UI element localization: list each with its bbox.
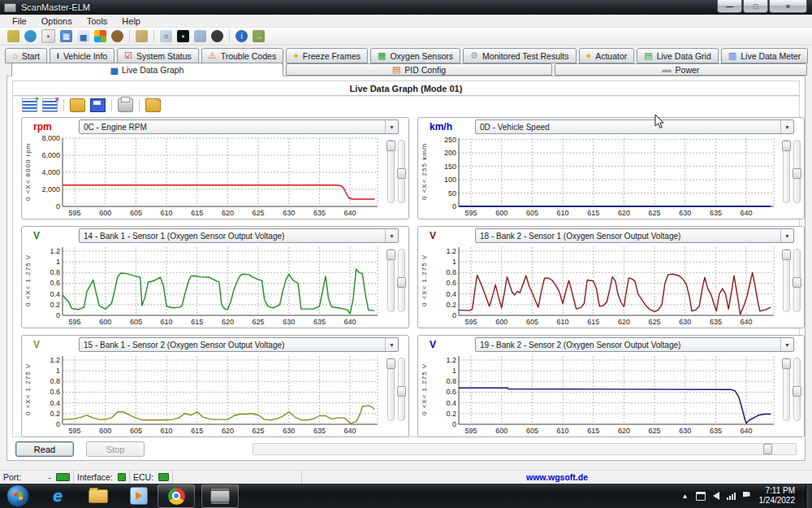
battery-icon[interactable] bbox=[194, 30, 206, 42]
print-icon[interactable] bbox=[118, 98, 133, 112]
add-pid-icon[interactable]: + bbox=[22, 98, 37, 112]
grid-icon[interactable]: ▦ bbox=[60, 30, 72, 42]
svg-text:615: 615 bbox=[587, 318, 599, 326]
chart-svg: 59560060561061562062563063564000.20.40.6… bbox=[33, 354, 386, 435]
chevron-down-icon[interactable]: ▼ bbox=[780, 338, 793, 351]
y-max-slider[interactable] bbox=[783, 249, 790, 312]
y-max-slider[interactable] bbox=[783, 140, 790, 203]
windows-logo-icon[interactable] bbox=[94, 30, 106, 42]
read-button[interactable]: Read bbox=[15, 441, 74, 457]
network-signal-icon[interactable] bbox=[727, 493, 736, 500]
start-button[interactable] bbox=[6, 484, 29, 507]
tab-vehicle-info[interactable]: iVehicle Info bbox=[50, 48, 114, 63]
website-link[interactable]: www.wgsoft.de bbox=[526, 472, 588, 482]
tab-freeze-frames[interactable]: ●Freeze Frames bbox=[286, 48, 368, 63]
slider-thumb[interactable] bbox=[782, 358, 791, 369]
menu-item-tools[interactable]: Tools bbox=[80, 16, 115, 26]
slider-thumb[interactable] bbox=[397, 386, 406, 397]
slider-thumb[interactable] bbox=[782, 141, 791, 151]
tab-live-data-graph[interactable]: ▅Live Data Graph bbox=[11, 63, 283, 76]
globe-icon[interactable] bbox=[24, 30, 37, 42]
taskbar-clock[interactable]: 7:11 PM 1/24/2022 bbox=[759, 486, 796, 506]
show-desktop-button[interactable] bbox=[806, 484, 812, 508]
svg-text:610: 610 bbox=[161, 427, 173, 435]
y-min-slider[interactable] bbox=[793, 140, 801, 203]
tab-actuator[interactable]: ●Actuator bbox=[579, 48, 635, 63]
open-file-icon[interactable] bbox=[70, 98, 85, 112]
slider-thumb[interactable] bbox=[793, 168, 801, 179]
pid-select[interactable]: 19 - Bank 2 - Sensor 2 (Oxygen Sensor Ou… bbox=[475, 337, 794, 352]
tab-system-status[interactable]: ☑System Status bbox=[117, 48, 199, 63]
slider-thumb[interactable] bbox=[397, 277, 406, 288]
svg-text:615: 615 bbox=[587, 427, 599, 435]
y-max-slider[interactable] bbox=[387, 249, 395, 312]
scrollbar-thumb[interactable] bbox=[763, 444, 772, 454]
taskbar-item-scanmaster[interactable] bbox=[201, 484, 239, 508]
slider-thumb[interactable] bbox=[387, 250, 395, 260]
close-button[interactable]: × bbox=[769, 0, 807, 13]
taskbar-item-ie[interactable]: e bbox=[45, 485, 70, 506]
y-max-slider[interactable] bbox=[387, 358, 395, 421]
terminal-icon[interactable]: ▪ bbox=[177, 30, 189, 42]
note-icon[interactable]: ▪ bbox=[41, 29, 55, 43]
taskbar-item-chrome[interactable] bbox=[158, 484, 195, 508]
y-min-slider[interactable] bbox=[398, 358, 405, 421]
tab-live-data-grid[interactable]: ▤Live Data Grid bbox=[637, 48, 719, 63]
tab-oxygen-sensors[interactable]: ▦Oxygen Sensors bbox=[370, 48, 460, 63]
pid-select[interactable]: 14 - Bank 1 - Sensor 1 (Oxygen Sensor Ou… bbox=[79, 228, 399, 243]
exit-icon[interactable]: → bbox=[253, 30, 265, 42]
tab-pid-config[interactable]: ▤PID Config bbox=[286, 63, 552, 76]
slider-thumb[interactable] bbox=[782, 250, 791, 260]
menu-item-file[interactable]: File bbox=[5, 16, 34, 26]
hidden-icons-arrow[interactable]: ▲ bbox=[682, 493, 689, 500]
tab-live-data-meter[interactable]: ▥Live Data Meter bbox=[721, 48, 809, 63]
slider-thumb[interactable] bbox=[387, 358, 395, 369]
y-max-slider[interactable] bbox=[783, 358, 790, 421]
slider-thumb[interactable] bbox=[397, 168, 406, 179]
y-max-slider[interactable] bbox=[387, 140, 395, 203]
pid-select[interactable]: 15 - Bank 1 - Sensor 2 (Oxygen Sensor Ou… bbox=[79, 337, 399, 352]
remove-pid-icon[interactable]: × bbox=[42, 98, 58, 112]
menu-item-options[interactable]: Options bbox=[34, 16, 80, 26]
info-icon[interactable]: i bbox=[235, 30, 248, 42]
export-icon[interactable]: → bbox=[145, 98, 161, 112]
taskbar-item-explorer[interactable] bbox=[86, 485, 110, 506]
horizontal-scrollbar[interactable] bbox=[253, 443, 797, 455]
tab-trouble-codes[interactable]: ⚠Trouble Codes bbox=[201, 48, 283, 63]
connect-plug-icon[interactable] bbox=[7, 30, 19, 42]
stop-button[interactable]: Stop bbox=[86, 441, 145, 457]
gauge-icon[interactable] bbox=[211, 30, 223, 42]
y-min-slider[interactable] bbox=[398, 140, 405, 203]
chevron-down-icon[interactable]: ▼ bbox=[780, 229, 793, 242]
tab-start[interactable]: ⌂Start bbox=[5, 48, 47, 63]
y-min-slider[interactable] bbox=[398, 249, 405, 312]
menu-item-help[interactable]: Help bbox=[114, 16, 148, 26]
pid-select[interactable]: 18 - Bank 2 - Sensor 1 (Oxygen Sensor Ou… bbox=[475, 228, 794, 243]
clipboard-icon[interactable] bbox=[136, 30, 148, 42]
slider-thumb[interactable] bbox=[793, 386, 801, 397]
bar-chart-icon[interactable]: ▅ bbox=[77, 30, 89, 42]
y-min-slider[interactable] bbox=[793, 249, 801, 312]
user-icon[interactable] bbox=[111, 30, 123, 42]
taskbar-item-media-player[interactable] bbox=[127, 485, 151, 506]
restore-button[interactable]: □ bbox=[743, 0, 768, 13]
chevron-down-icon[interactable]: ▼ bbox=[385, 120, 398, 133]
tray-window-icon[interactable] bbox=[696, 492, 706, 501]
home-icon: ⌂ bbox=[12, 51, 18, 60]
tab-monitored-test-results[interactable]: ⚙Monitored Test Results bbox=[463, 48, 576, 63]
chevron-down-icon[interactable]: ▼ bbox=[385, 338, 398, 351]
chevron-down-icon[interactable]: ▼ bbox=[385, 229, 398, 242]
y-min-slider[interactable] bbox=[793, 358, 801, 421]
slider-thumb[interactable] bbox=[793, 277, 801, 288]
pid-select[interactable]: 0C - Engine RPM▼ bbox=[79, 119, 399, 134]
save-file-icon[interactable] bbox=[90, 98, 106, 112]
minimize-button[interactable]: — bbox=[717, 0, 742, 13]
search-icon[interactable]: ○ bbox=[160, 30, 172, 42]
taskbar: e ▲ 7:11 PM 1/24/2022 bbox=[0, 484, 812, 508]
action-center-flag-icon[interactable] bbox=[743, 492, 750, 497]
pid-select[interactable]: 0D - Vehicle Speed▼ bbox=[475, 119, 794, 134]
volume-icon[interactable] bbox=[713, 492, 719, 500]
tab-power[interactable]: ▬Power bbox=[555, 63, 807, 76]
slider-thumb[interactable] bbox=[387, 141, 395, 151]
chevron-down-icon[interactable]: ▼ bbox=[780, 120, 793, 133]
